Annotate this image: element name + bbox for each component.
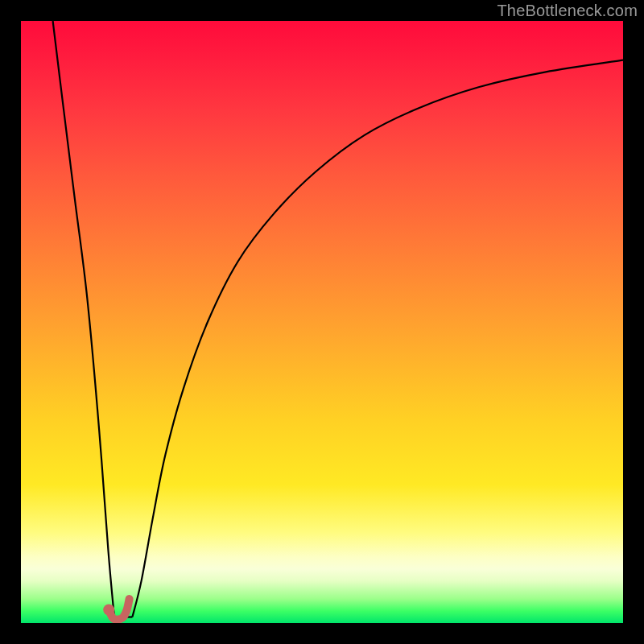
watermark-text: TheBottleneck.com	[497, 2, 638, 20]
marker-dot	[103, 605, 114, 616]
curve-left-branch	[53, 21, 114, 617]
plot-area	[21, 21, 623, 623]
bottleneck-curve	[21, 21, 623, 623]
curve-right-branch	[132, 60, 623, 617]
chart-frame: TheBottleneck.com	[0, 0, 644, 644]
